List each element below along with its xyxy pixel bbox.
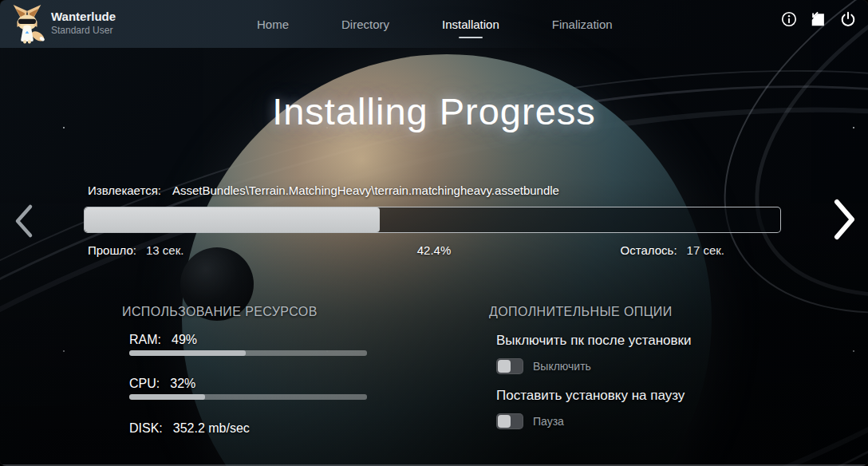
shutdown-toggle-knob bbox=[498, 360, 511, 373]
main-nav: Home Directory Installation Finalization bbox=[255, 0, 614, 48]
resource-usage-section: ИСПОЛЬЗОВАНИЕ РЕСУРСОВ RAM: 49% CPU: 32%… bbox=[122, 305, 377, 436]
app-identity: Wanterlude Standard User bbox=[51, 10, 116, 37]
shutdown-toggle-label: Выключить bbox=[533, 360, 591, 373]
ram-bar-fill bbox=[129, 350, 246, 356]
cpu-value: 32% bbox=[170, 377, 195, 391]
nav-tab-finalization[interactable]: Finalization bbox=[550, 14, 614, 34]
cpu-bar bbox=[129, 394, 367, 400]
progress-info-row: Прошло:13 сек. 42.4% Осталось:17 сек. bbox=[0, 243, 868, 259]
nav-tab-directory[interactable]: Directory bbox=[340, 14, 391, 34]
restore-window-icon[interactable] bbox=[810, 10, 827, 28]
cpu-bar-fill bbox=[129, 394, 205, 400]
disk-value: 352.2 mb/sec bbox=[173, 421, 250, 436]
info-icon[interactable] bbox=[780, 10, 798, 28]
remaining-time: Осталось:17 сек. bbox=[621, 243, 724, 257]
cpu-usage: CPU: 32% bbox=[129, 377, 377, 400]
installer-window: Wanterlude Standard User Home Directory … bbox=[0, 0, 868, 466]
pause-toggle-label: Пауза bbox=[533, 415, 564, 428]
app-user-role: Standard User bbox=[51, 25, 116, 37]
chevron-right-icon[interactable] bbox=[830, 197, 858, 242]
nav-tab-installation[interactable]: Installation bbox=[440, 14, 501, 34]
extraction-label: Извлекается: bbox=[88, 184, 161, 197]
shutdown-toggle[interactable] bbox=[496, 358, 523, 374]
extraction-status: Извлекается: AssetBundles\Terrain.Matchi… bbox=[88, 184, 559, 197]
ram-usage: RAM: 49% bbox=[129, 333, 377, 356]
progress-percent: 42.4% bbox=[417, 243, 452, 257]
install-progress-bar bbox=[84, 207, 781, 233]
header-bar: Wanterlude Standard User Home Directory … bbox=[0, 0, 868, 48]
disk-label: DISK: bbox=[129, 421, 163, 436]
nav-tab-home[interactable]: Home bbox=[255, 14, 290, 34]
window-controls bbox=[780, 10, 857, 28]
power-icon[interactable] bbox=[839, 10, 857, 28]
additional-options-section: ДОПОЛНИТЕЛЬНЫЕ ОПЦИИ Выключить пк после … bbox=[489, 305, 752, 429]
fox-logo-icon bbox=[8, 4, 46, 44]
disk-usage: DISK: 352.2 mb/sec bbox=[129, 421, 377, 436]
pause-toggle[interactable] bbox=[496, 413, 523, 429]
ram-value: 49% bbox=[172, 333, 197, 347]
ram-bar bbox=[129, 350, 367, 356]
ram-label: RAM: bbox=[129, 333, 161, 347]
options-section-header: ДОПОЛНИТЕЛЬНЫЕ ОПЦИИ bbox=[489, 305, 752, 319]
page-title: Installing Progress bbox=[0, 89, 868, 133]
pause-option-title: Поставить установку на паузу bbox=[496, 388, 752, 404]
shutdown-option-title: Выключить пк после установки bbox=[496, 333, 752, 349]
cpu-label: CPU: bbox=[129, 377, 160, 391]
resource-section-header: ИСПОЛЬЗОВАНИЕ РЕСУРСОВ bbox=[122, 305, 377, 319]
elapsed-time: Прошло:13 сек. bbox=[88, 243, 183, 257]
chevron-left-icon[interactable] bbox=[11, 203, 35, 239]
app-title: Wanterlude bbox=[51, 10, 116, 25]
install-progress-fill bbox=[85, 207, 380, 232]
extraction-path: AssetBundles\Terrain.MatchingHeavy\terra… bbox=[172, 184, 559, 197]
pause-toggle-knob bbox=[498, 415, 511, 428]
